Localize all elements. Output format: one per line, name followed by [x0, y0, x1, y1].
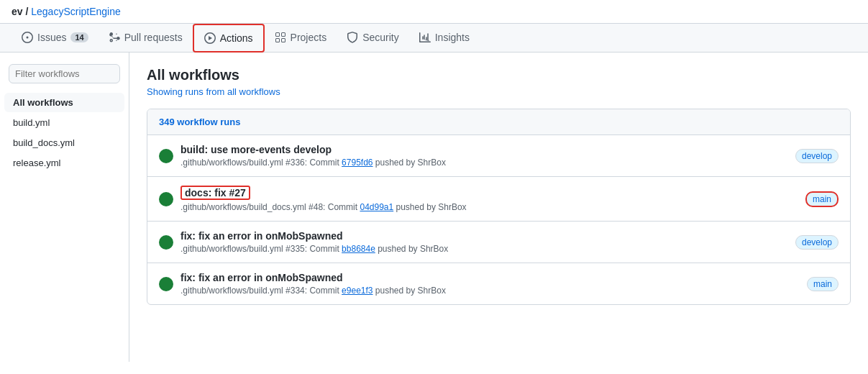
run-title[interactable]: fix: fix an error in onMobSpawned — [181, 230, 788, 242]
run-title[interactable]: fix: fix an error in onMobSpawned — [181, 272, 800, 283]
tab-insights-label: Insights — [435, 32, 470, 43]
layout: All workflows build.yml build_docs.yml r… — [0, 53, 868, 362]
table-row: docs: fix #27 .github/workflows/build_do… — [147, 177, 850, 222]
table-row: build: use more-events develop .github/w… — [147, 135, 850, 177]
tab-projects-label: Projects — [291, 32, 327, 43]
breadcrumb-prefix: ev / — [12, 6, 28, 17]
run-meta-prefix: .github/workflows/build.yml #336: Commit — [181, 158, 339, 168]
tab-issues[interactable]: Issues 14 — [12, 24, 99, 52]
sidebar-item-release[interactable]: release.yml — [4, 153, 124, 173]
page-subtitle[interactable]: Showing runs from all workflows — [147, 86, 851, 97]
run-meta: .github/workflows/build.yml #335: Commit… — [181, 244, 788, 254]
page-title: All workflows — [147, 67, 851, 83]
run-commit-link[interactable]: bb8684e — [342, 244, 375, 254]
grid-icon — [275, 32, 286, 43]
tab-insights[interactable]: Insights — [409, 24, 480, 52]
sidebar: All workflows build.yml build_docs.yml r… — [0, 53, 129, 362]
run-branch-badge[interactable]: main — [805, 191, 839, 207]
run-title[interactable]: build: use more-events develop — [181, 144, 788, 155]
run-commit-link[interactable]: e9ee1f3 — [342, 286, 373, 296]
run-info: docs: fix #27 .github/workflows/build_do… — [181, 186, 798, 212]
run-meta-suffix: pushed by ShrBox — [375, 158, 446, 168]
table-row: fix: fix an error in onMobSpawned .githu… — [147, 222, 850, 263]
run-branch-badge[interactable]: develop — [795, 235, 839, 250]
run-info: fix: fix an error in onMobSpawned .githu… — [181, 230, 788, 254]
tab-projects[interactable]: Projects — [265, 24, 337, 52]
run-meta-suffix: pushed by ShrBox — [375, 286, 446, 296]
tab-actions[interactable]: Actions — [193, 24, 265, 53]
run-branch-badge[interactable]: main — [807, 277, 839, 291]
tab-issues-label: Issues — [37, 32, 66, 43]
run-meta-prefix: .github/workflows/build.yml #334: Commit — [181, 286, 339, 296]
sidebar-build-docs-label: build_docs.yml — [13, 137, 75, 148]
main-content: All workflows Showing runs from all work… — [129, 53, 868, 362]
workflow-filter-input[interactable] — [9, 64, 120, 83]
tab-pullrequests[interactable]: Pull requests — [99, 24, 193, 52]
tab-actions-label: Actions — [220, 32, 253, 44]
run-info: fix: fix an error in onMobSpawned .githu… — [181, 272, 800, 296]
run-meta-suffix: pushed by ShrBox — [378, 244, 448, 254]
run-commit-link[interactable]: 6795fd6 — [342, 158, 373, 168]
play-circle-icon — [204, 32, 216, 44]
run-commit-link[interactable]: 04d99a1 — [360, 202, 393, 212]
table-row: fix: fix an error in onMobSpawned .githu… — [147, 263, 850, 304]
breadcrumb-repo[interactable]: LegacyScriptEngine — [31, 6, 121, 17]
run-meta: .github/workflows/build.yml #336: Commit… — [181, 158, 788, 168]
workflow-runs-container: 349 workflow runs build: use more-events… — [147, 109, 851, 305]
run-info: build: use more-events develop .github/w… — [181, 144, 788, 168]
tab-security[interactable]: Security — [337, 24, 409, 52]
sidebar-all-workflows-label: All workflows — [13, 97, 73, 108]
run-branch-badge[interactable]: develop — [795, 149, 839, 163]
shield-icon — [347, 32, 358, 43]
runs-count: 349 workflow runs — [159, 117, 240, 127]
sidebar-item-build[interactable]: build.yml — [4, 113, 124, 132]
graph-icon — [419, 32, 431, 43]
success-icon — [159, 192, 173, 206]
tab-pullrequests-label: Pull requests — [124, 32, 183, 43]
run-meta-prefix: .github/workflows/build.yml #335: Commit — [181, 244, 339, 254]
git-pull-request-icon — [109, 32, 120, 43]
run-title[interactable]: docs: fix #27 — [181, 186, 250, 200]
success-icon — [159, 277, 173, 291]
sidebar-item-all-workflows[interactable]: All workflows — [4, 93, 124, 112]
success-icon — [159, 235, 173, 250]
run-meta-suffix: pushed by ShrBox — [396, 202, 467, 212]
sidebar-build-label: build.yml — [13, 117, 50, 128]
run-meta: .github/workflows/build_docs.yml #48: Co… — [181, 202, 798, 212]
run-meta: .github/workflows/build.yml #334: Commit… — [181, 286, 800, 296]
nav-tabs: Issues 14 Pull requests Actions Projects… — [0, 24, 868, 53]
run-meta-prefix: .github/workflows/build_docs.yml #48: Co… — [181, 202, 357, 212]
tab-security-label: Security — [362, 32, 399, 43]
success-icon — [159, 149, 173, 163]
issues-badge: 14 — [70, 32, 88, 42]
sidebar-release-label: release.yml — [13, 158, 60, 168]
runs-header: 349 workflow runs — [147, 109, 850, 135]
circle-dot-icon — [22, 32, 33, 43]
breadcrumb: ev / LegacyScriptEngine — [0, 0, 868, 24]
sidebar-item-build-docs[interactable]: build_docs.yml — [4, 133, 124, 152]
